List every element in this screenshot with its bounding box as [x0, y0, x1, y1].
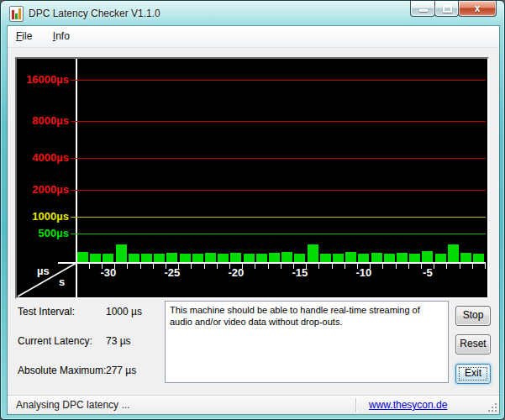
- icon-bar-red: [12, 10, 14, 19]
- maximize-button[interactable]: [434, 1, 459, 17]
- resize-grip-icon[interactable]: [487, 402, 497, 412]
- latency-bar: [409, 254, 420, 262]
- title-bar[interactable]: DPC Latency Checker V1.1.0 x: [1, 1, 504, 26]
- threshold-line: [71, 234, 486, 234]
- latency-bar: [384, 254, 395, 262]
- analysis-message-box[interactable]: This machine should be able to handle re…: [165, 301, 449, 383]
- threshold-line: [71, 80, 486, 81]
- y-axis-tick-label: 2000µs: [17, 183, 69, 197]
- test-interval-label: Test Interval:: [18, 306, 75, 318]
- latency-bar: [129, 254, 139, 262]
- latency-bar: [103, 254, 113, 262]
- icon-bar-orange: [18, 8, 21, 19]
- y-axis-tick-label: 8000µs: [17, 114, 69, 128]
- latency-bar: [435, 254, 446, 262]
- absolute-maximum-label: Absolute Maximum:: [18, 365, 106, 376]
- latency-bar: [371, 253, 382, 262]
- x-axis-tick-label: -10: [350, 266, 378, 279]
- latency-bar: [448, 244, 459, 262]
- latency-bar: [180, 254, 191, 262]
- latency-bar: [166, 253, 177, 262]
- menu-file[interactable]: File: [8, 26, 40, 42]
- test-interval-value: 1000 µs: [106, 306, 142, 318]
- client-area: File Info µs s 16000µs8000µs4000µs2000µs…: [8, 26, 499, 414]
- x-axis-tick: [446, 264, 447, 269]
- analysis-message-text: This machine should be able to handle re…: [170, 305, 420, 327]
- x-axis-tick: [281, 264, 281, 269]
- x-axis-tick: [268, 264, 269, 269]
- latency-bar: [192, 254, 203, 262]
- menu-info[interactable]: Info: [45, 26, 78, 42]
- icon-bar-green: [15, 13, 18, 19]
- latency-bar: [422, 251, 433, 262]
- latency-bar: [230, 253, 241, 262]
- close-button[interactable]: x: [458, 1, 497, 17]
- x-axis-tick: [485, 264, 486, 269]
- threshold-line: [71, 158, 486, 159]
- chart-plot: µs s 16000µs8000µs4000µs2000µs1000µs500µ…: [17, 59, 487, 297]
- x-axis-tick-label: -30: [94, 266, 123, 279]
- latency-bar: [154, 254, 165, 262]
- x-axis-tick: [345, 264, 345, 269]
- latency-bar: [116, 244, 127, 262]
- x-axis-tick: [89, 264, 90, 269]
- y-axis-tick-label: 4000µs: [17, 151, 69, 165]
- x-axis-tick-label: -25: [158, 266, 187, 279]
- latency-bar: [345, 252, 356, 262]
- x-axis-tick: [217, 264, 218, 269]
- window-title: DPC Latency Checker V1.1.0: [29, 8, 160, 19]
- latency-bar: [244, 254, 255, 262]
- x-axis-tick-label: -15: [286, 266, 314, 279]
- latency-bar: [333, 254, 344, 262]
- latency-bar: [90, 254, 101, 262]
- app-icon: [9, 6, 24, 22]
- close-icon: x: [459, 3, 496, 14]
- minimize-icon: [419, 9, 428, 12]
- latency-bar: [281, 252, 292, 262]
- latency-bar: [205, 253, 216, 262]
- y-axis-tick-label: 500µs: [17, 227, 69, 240]
- x-axis-tick: [460, 264, 460, 269]
- y-axis-tick-label: 1000µs: [17, 210, 69, 223]
- latency-bar: [473, 254, 484, 262]
- current-latency-label: Current Latency:: [18, 335, 92, 347]
- x-unit-label: s: [59, 276, 65, 288]
- latency-bar: [141, 254, 152, 262]
- status-pane-divider: [355, 398, 356, 412]
- status-bar: Analysing DPC latency ... www.thesycon.d…: [8, 395, 499, 414]
- latency-bar: [77, 252, 88, 262]
- latency-bar: [397, 253, 408, 262]
- minimize-button[interactable]: [410, 1, 435, 17]
- x-axis-tick: [153, 264, 154, 269]
- maximize-icon: [443, 5, 452, 13]
- latency-bar: [269, 253, 280, 262]
- x-axis-tick: [191, 264, 192, 269]
- x-axis-tick: [255, 264, 255, 269]
- status-text: Analysing DPC latency ...: [16, 399, 129, 411]
- latency-bar: [320, 254, 331, 262]
- stop-button[interactable]: Stop: [455, 306, 491, 326]
- reset-button[interactable]: Reset: [455, 334, 491, 354]
- latency-bar: [218, 254, 229, 262]
- latency-bar: [308, 244, 318, 262]
- current-latency-value: 73 µs: [106, 335, 131, 347]
- x-axis-tick: [382, 264, 383, 269]
- x-axis-tick: [396, 264, 397, 269]
- y-unit-label: µs: [37, 265, 50, 277]
- x-axis-tick: [127, 264, 128, 269]
- website-link[interactable]: www.thesycon.de: [369, 399, 447, 411]
- x-axis-tick: [140, 264, 141, 269]
- latency-bar: [256, 254, 267, 262]
- x-axis-tick: [318, 264, 319, 269]
- absolute-maximum-value: 277 µs: [106, 365, 136, 376]
- latency-bar: [294, 254, 305, 262]
- x-axis-tick: [332, 264, 333, 269]
- latency-bar: [460, 253, 471, 262]
- app-window: DPC Latency Checker V1.1.0 x File Info µ…: [0, 0, 505, 420]
- latency-bar: [358, 254, 369, 262]
- threshold-line: [71, 121, 486, 122]
- x-axis-tick: [204, 264, 205, 269]
- exit-button[interactable]: Exit: [455, 364, 491, 384]
- x-axis-tick-label: -5: [413, 266, 442, 279]
- y-axis-tick-label: 16000µs: [17, 73, 69, 87]
